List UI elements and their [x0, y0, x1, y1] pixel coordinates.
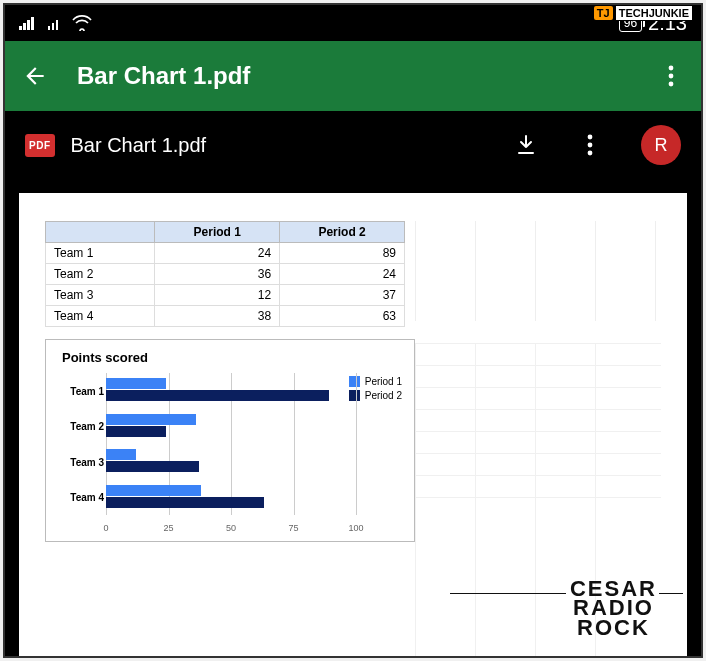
svg-point-2	[669, 82, 674, 87]
bar	[106, 461, 199, 472]
bar	[106, 390, 329, 401]
techjunkie-watermark: TJ TECHJUNKIE	[594, 5, 693, 21]
y-category-label: Team 2	[58, 421, 104, 432]
legend-label: Period 2	[365, 390, 402, 401]
table-cell: 63	[280, 306, 405, 327]
watermark-line: ROCK	[570, 618, 657, 638]
account-avatar[interactable]: R	[641, 125, 681, 165]
table-cell: 24	[155, 243, 280, 264]
gridline	[356, 373, 357, 515]
table-row: Team 31237	[46, 285, 405, 306]
spreadsheet-grid-icon	[415, 221, 663, 321]
document-viewport[interactable]: Period 1Period 2 Team 12489Team 23624Tea…	[5, 179, 701, 656]
table-header: Period 1	[155, 222, 280, 243]
table-row: Team 43863	[46, 306, 405, 327]
bar	[106, 449, 136, 460]
x-tick-label: 100	[348, 523, 363, 533]
app-bar: Bar Chart 1.pdf	[5, 41, 701, 111]
cesar-radio-rock-watermark: CESAR RADIO ROCK	[570, 579, 657, 638]
bar	[106, 414, 196, 425]
bar	[106, 378, 166, 389]
download-button[interactable]	[513, 132, 539, 158]
svg-point-5	[588, 151, 593, 156]
svg-point-3	[588, 135, 593, 140]
pdf-page: Period 1Period 2 Team 12489Team 23624Tea…	[19, 193, 687, 656]
file-info-row: PDF Bar Chart 1.pdf R	[5, 111, 701, 179]
signal-icon	[19, 16, 34, 30]
app-bar-overflow-button[interactable]	[657, 65, 685, 87]
pdf-badge-icon: PDF	[25, 134, 55, 157]
bar	[106, 485, 201, 496]
signal-icon-2	[48, 16, 59, 30]
chart-title: Points scored	[62, 350, 402, 365]
table-cell: 12	[155, 285, 280, 306]
x-tick-label: 75	[288, 523, 298, 533]
file-overflow-button[interactable]	[577, 132, 603, 158]
legend-label: Period 1	[365, 376, 402, 387]
table-cell: 38	[155, 306, 280, 327]
table-cell: 89	[280, 243, 405, 264]
avatar-initial: R	[655, 135, 668, 156]
bar	[106, 426, 166, 437]
file-name: Bar Chart 1.pdf	[71, 134, 207, 157]
chart-plot-area: 0255075100Team 1Team 2Team 3Team 4	[106, 373, 356, 533]
table-row-label: Team 1	[46, 243, 155, 264]
wifi-icon	[72, 15, 92, 31]
table-row: Team 23624	[46, 264, 405, 285]
table-cell: 37	[280, 285, 405, 306]
svg-point-1	[669, 74, 674, 79]
svg-point-4	[588, 143, 593, 148]
tj-logo-text: TECHJUNKIE	[615, 5, 693, 21]
table-header: Period 2	[280, 222, 405, 243]
chart-container: Points scored Period 1 Period 2 02550751…	[45, 339, 415, 542]
table-cell: 24	[280, 264, 405, 285]
x-tick-label: 0	[103, 523, 108, 533]
svg-point-0	[669, 66, 674, 71]
table-row-label: Team 2	[46, 264, 155, 285]
x-tick-label: 25	[163, 523, 173, 533]
table-row-label: Team 4	[46, 306, 155, 327]
y-category-label: Team 3	[58, 456, 104, 467]
y-category-label: Team 1	[58, 385, 104, 396]
y-category-label: Team 4	[58, 492, 104, 503]
tj-logo-badge: TJ	[594, 6, 613, 20]
table-header	[46, 222, 155, 243]
table-cell: 36	[155, 264, 280, 285]
app-bar-title: Bar Chart 1.pdf	[77, 62, 657, 90]
table-row: Team 12489	[46, 243, 405, 264]
back-button[interactable]	[21, 62, 49, 90]
bar	[106, 497, 264, 508]
table-row-label: Team 3	[46, 285, 155, 306]
data-table: Period 1Period 2 Team 12489Team 23624Tea…	[45, 221, 405, 327]
x-tick-label: 50	[226, 523, 236, 533]
